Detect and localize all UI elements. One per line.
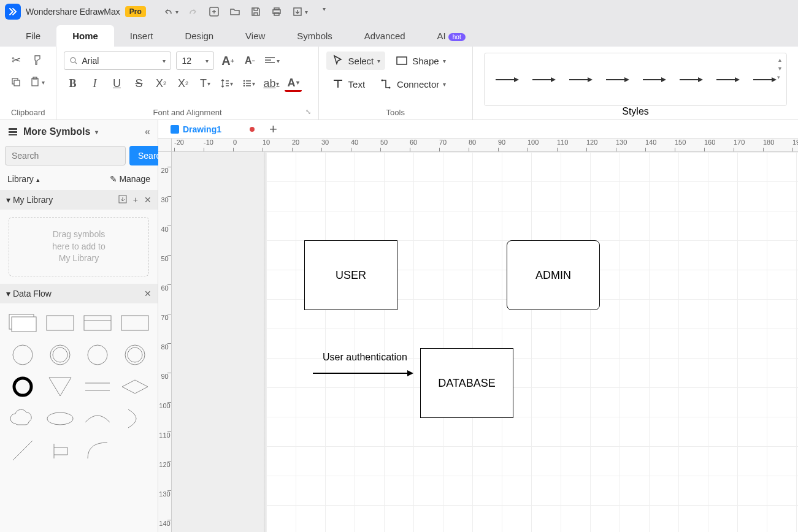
canvas[interactable]: USER ADMIN DATABASE User authentication xyxy=(172,152,798,532)
superscript-icon[interactable]: X2 xyxy=(152,75,169,92)
ruler-vertical[interactable]: 2030405060708090100110120130140 xyxy=(158,152,172,532)
more-symbols-label[interactable]: More Symbols xyxy=(23,126,90,137)
shape-flag-rect[interactable] xyxy=(44,437,76,464)
close-dataflow-icon[interactable]: ✕ xyxy=(144,289,152,298)
svg-rect-13 xyxy=(397,57,407,64)
scroll-up-icon[interactable]: ▲ xyxy=(777,57,783,63)
arrow-sample[interactable] xyxy=(643,79,665,80)
my-library-panel-head[interactable]: ▾ My Library + ✕ xyxy=(0,190,158,210)
shape-rect2[interactable] xyxy=(119,310,152,336)
shape-lines[interactable] xyxy=(82,373,114,400)
connector-tool[interactable]: Connector▾ xyxy=(375,75,451,93)
select-tool[interactable]: Select▾ xyxy=(326,51,386,70)
font-select[interactable]: Arial ▾ xyxy=(64,51,171,70)
bold-icon[interactable]: B xyxy=(64,75,81,92)
unsaved-indicator-icon xyxy=(250,127,255,132)
shape-line[interactable] xyxy=(6,437,39,464)
node-database[interactable]: DATABASE xyxy=(420,348,513,418)
font-color-icon[interactable]: A▾ xyxy=(285,75,302,92)
export-icon[interactable] xyxy=(291,6,304,18)
cut-icon[interactable]: ✂ xyxy=(7,51,25,69)
arrow-label[interactable]: User authentication xyxy=(323,352,407,363)
shape-rect[interactable] xyxy=(44,310,76,336)
shape-arc-right[interactable] xyxy=(119,405,152,432)
copy-icon[interactable] xyxy=(7,74,25,91)
shape-circle[interactable] xyxy=(6,341,39,368)
arrow-sample[interactable] xyxy=(569,79,591,80)
shape-stacked-rect[interactable] xyxy=(6,310,39,336)
subscript-icon[interactable]: X2 xyxy=(174,75,191,92)
shape-tool[interactable]: Shape▾ xyxy=(390,51,450,70)
library-link[interactable]: Library ▴ xyxy=(7,174,40,184)
shape-circle2[interactable] xyxy=(82,341,114,368)
export-caret[interactable]: ▾ xyxy=(305,9,308,15)
shape-double-circle[interactable] xyxy=(44,341,76,368)
close-library-icon[interactable]: ✕ xyxy=(144,195,152,205)
new-tab-button[interactable]: + xyxy=(266,121,281,137)
shape-triangle[interactable] xyxy=(44,373,76,400)
menu-home[interactable]: Home xyxy=(56,25,114,47)
italic-icon[interactable]: I xyxy=(86,75,103,92)
shape-diamond[interactable] xyxy=(119,373,152,400)
menu-symbols[interactable]: Symbols xyxy=(281,25,348,47)
save-icon[interactable] xyxy=(250,6,262,18)
arrow-sample[interactable] xyxy=(716,79,739,80)
open-icon[interactable] xyxy=(229,6,241,18)
svg-point-27 xyxy=(53,348,67,362)
arrow-sample[interactable] xyxy=(680,79,702,80)
text-direction-icon[interactable]: T▾ xyxy=(196,75,213,92)
shape-double-circle2[interactable] xyxy=(119,341,152,368)
underline-icon[interactable]: U xyxy=(108,75,125,92)
menu-view[interactable]: View xyxy=(229,25,281,47)
decrease-font-icon[interactable]: A− xyxy=(241,52,258,69)
shape-cloud[interactable] xyxy=(6,405,39,432)
menu-insert[interactable]: Insert xyxy=(114,25,169,47)
shape-bold-circle[interactable] xyxy=(6,373,39,400)
font-expand-icon[interactable]: ⤡ xyxy=(305,108,311,116)
manage-link[interactable]: ✎ Manage xyxy=(110,174,150,184)
new-icon[interactable] xyxy=(208,6,220,18)
format-painter-icon[interactable] xyxy=(29,51,47,69)
align-icon[interactable]: ▾ xyxy=(263,52,280,69)
increase-font-icon[interactable]: A+ xyxy=(219,52,236,69)
svg-point-12 xyxy=(244,85,245,87)
arrow-styles-row[interactable]: ▲▼▾ xyxy=(484,53,787,106)
shape-arc-down[interactable] xyxy=(82,405,114,432)
arrow-sample[interactable] xyxy=(496,79,518,80)
print-icon[interactable] xyxy=(270,6,283,18)
collapse-sidebar-icon[interactable]: « xyxy=(145,126,150,137)
import-library-icon[interactable] xyxy=(118,195,127,205)
ruler-horizontal[interactable]: -20-100102030405060708090100110120130140… xyxy=(172,139,798,152)
menu-advanced[interactable]: Advanced xyxy=(348,25,421,47)
scroll-down-icon[interactable]: ▼ xyxy=(777,66,783,72)
shape-ellipse[interactable] xyxy=(44,405,76,432)
document-tab[interactable]: Drawing1 xyxy=(164,122,261,137)
expand-styles-icon[interactable]: ▾ xyxy=(777,74,783,80)
strike-icon[interactable]: S xyxy=(130,75,147,92)
search-input[interactable] xyxy=(5,146,126,165)
arrow-sample[interactable] xyxy=(753,79,775,80)
more-symbols-caret[interactable]: ▾ xyxy=(95,129,98,135)
paste-icon[interactable]: ▾ xyxy=(29,74,45,91)
shape-curve[interactable] xyxy=(82,437,114,464)
size-select[interactable]: 12▾ xyxy=(176,51,214,70)
add-library-icon[interactable]: + xyxy=(133,195,138,205)
node-user[interactable]: USER xyxy=(304,240,397,310)
menu-ai[interactable]: AIhot xyxy=(421,25,481,47)
line-spacing-icon[interactable]: ▾ xyxy=(218,75,236,92)
dataflow-panel-head[interactable]: ▾ Data Flow ✕ xyxy=(0,284,158,303)
redo-icon[interactable] xyxy=(187,6,199,18)
highlight-icon[interactable]: ab▾ xyxy=(263,75,280,92)
undo-icon[interactable] xyxy=(162,6,174,18)
arrow-sample[interactable] xyxy=(532,79,554,80)
menu-design[interactable]: Design xyxy=(169,25,229,47)
arrow-user-database[interactable] xyxy=(313,373,412,374)
qa-more-caret[interactable]: ▾ xyxy=(323,6,326,18)
shape-table[interactable] xyxy=(82,310,114,336)
undo-caret[interactable]: ▾ xyxy=(175,9,178,15)
menu-file[interactable]: File xyxy=(10,25,56,47)
text-tool[interactable]: Text xyxy=(326,75,370,93)
bullets-icon[interactable]: ▾ xyxy=(240,75,258,92)
arrow-sample[interactable] xyxy=(606,79,628,80)
node-admin[interactable]: ADMIN xyxy=(507,240,600,310)
